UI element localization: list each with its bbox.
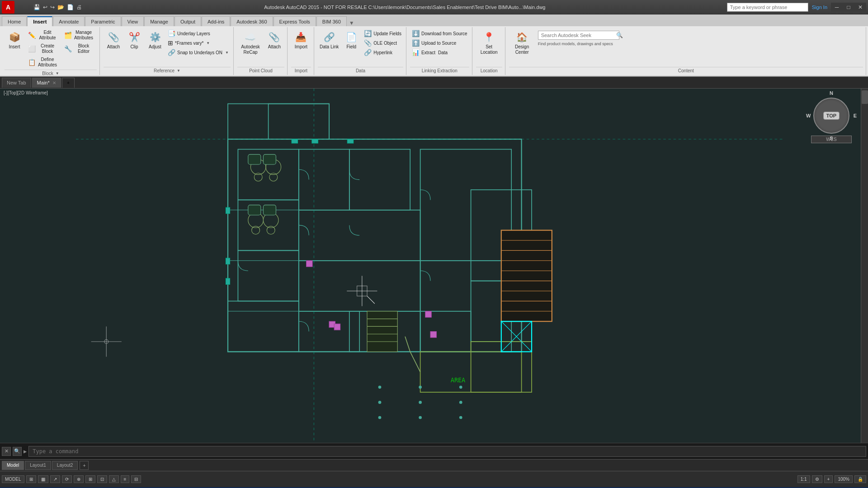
design-center-button[interactable]: 🏠 Design Center <box>509 29 535 56</box>
define-attributes-button[interactable]: 📋 Define Attributes <box>25 56 61 69</box>
layout1-tab-label: Layout1 <box>30 463 46 468</box>
ole-object-button[interactable]: 📎 OLE Object <box>362 38 403 47</box>
clip-button[interactable]: ✂️ Clip <box>124 29 144 51</box>
reference-group-label: Reference ▼ <box>104 67 231 74</box>
reference-dropdown-arrow[interactable]: ▼ <box>177 69 180 73</box>
import-button[interactable]: 📥 Import <box>291 29 311 51</box>
tab-insert[interactable]: Insert <box>27 16 52 26</box>
osnap-toggle[interactable]: ⊕ <box>74 475 84 483</box>
polar-toggle[interactable]: ⟳ <box>62 475 72 483</box>
main-tab[interactable]: Main* ✕ <box>32 78 61 88</box>
svg-rect-67 <box>226 258 230 264</box>
hyperlink-button[interactable]: 🔗 Hyperlink <box>362 48 403 57</box>
add-layout-button[interactable]: + <box>80 461 89 470</box>
tab-expand-icon[interactable]: ▼ <box>349 20 354 26</box>
new-tab[interactable]: New Tab <box>2 78 31 88</box>
block-dropdown-arrow[interactable]: ▼ <box>56 71 59 75</box>
add-tab-button[interactable]: + <box>62 78 75 88</box>
download-source-button[interactable]: ⬇️ Download from Source <box>410 29 469 38</box>
manage-attributes-button[interactable]: 🗂️ Manage Attributes <box>61 29 97 42</box>
extract-data-button[interactable]: 📊 Extract Data <box>410 48 469 57</box>
tab-output[interactable]: Output <box>175 16 201 26</box>
plot-icon[interactable]: 🖨 <box>75 3 83 11</box>
seek-search-icon[interactable]: 🔍 <box>616 32 623 38</box>
tab-bim360[interactable]: BIM 360 <box>316 16 347 26</box>
undo-icon[interactable]: ↩ <box>42 3 48 11</box>
frames-vary-button[interactable]: ⊞ *Frames vary* ▼ <box>166 38 231 47</box>
snap-underlays-button[interactable]: 🔗 Snap to Underlays ON ▼ <box>166 48 231 57</box>
zoom-percent[interactable]: 100% <box>835 475 853 483</box>
grid-display-toggle[interactable]: ⊞ <box>26 475 36 483</box>
workspace-settings[interactable]: ⚙ <box>812 475 822 483</box>
recap-label: Autodesk ReCap <box>239 44 262 55</box>
snap-toggle[interactable]: ▦ <box>38 475 48 483</box>
tab-view[interactable]: View <box>122 16 144 26</box>
field-button[interactable]: 📄 Field <box>341 29 361 51</box>
update-fields-button[interactable]: 🔄 Update Fields <box>362 29 403 38</box>
attach-pc-button[interactable]: 📎 Attach <box>264 29 284 51</box>
compass-west: W <box>806 113 811 118</box>
ribbon-group-block: 📦 Insert ✏️ Edit Attribute ⬜ Create Bloc… <box>2 27 100 75</box>
lineweight-toggle[interactable]: ≡ <box>121 475 130 483</box>
model-status[interactable]: MODEL <box>2 475 24 483</box>
ribbon-tabs: Home Insert Annotate Parametric View Man… <box>0 14 868 26</box>
keyword-search-input[interactable] <box>727 3 808 12</box>
new-icon[interactable]: 📄 <box>66 3 75 11</box>
seek-search-input[interactable] <box>538 31 619 40</box>
otrack-toggle[interactable]: ⊞ <box>85 475 95 483</box>
sign-in-btn[interactable]: Sign In <box>812 5 827 10</box>
tab-autodesk360[interactable]: Autodesk 360 <box>231 16 273 26</box>
insert-button[interactable]: 📦 Insert <box>5 29 24 51</box>
underlay-layers-button[interactable]: 📑 Underlay Layers <box>166 29 231 38</box>
quick-access-toolbar: 💾 ↩ ↪ 📂 📄 🖨 <box>33 3 83 11</box>
command-input[interactable] <box>28 446 866 457</box>
edit-attribute-button[interactable]: ✏️ Edit Attribute <box>25 29 61 42</box>
tpmode-toggle[interactable]: ⊟ <box>131 475 141 483</box>
maximize-btn[interactable]: □ <box>843 3 854 12</box>
tab-addins[interactable]: Add-ins <box>202 16 230 26</box>
drawing-viewport[interactable]: [-][Top][2D Wireframe] <box>0 89 861 443</box>
save-icon[interactable]: 💾 <box>33 3 41 11</box>
data-group-label: Data <box>318 67 403 74</box>
field-icon: 📄 <box>344 30 359 44</box>
block-editor-button[interactable]: 🔧 Block Editor <box>61 42 97 55</box>
minimize-btn[interactable]: ─ <box>831 3 843 12</box>
tab-annotate[interactable]: Annotate <box>53 16 85 26</box>
model-tab[interactable]: Model <box>2 461 24 470</box>
svg-point-75 <box>378 401 382 404</box>
data-link-button[interactable]: 🔗 Data Link <box>318 29 340 51</box>
layout1-tab[interactable]: Layout1 <box>25 461 51 470</box>
autodesk-recap-button[interactable]: ☁️ Autodesk ReCap <box>237 29 264 56</box>
redo-icon[interactable]: ↪ <box>49 3 56 11</box>
clip-icon: ✂️ <box>127 30 142 44</box>
document-area: [-][Top][2D Wireframe] <box>0 89 868 443</box>
dynmode-toggle[interactable]: △ <box>109 475 119 483</box>
extract-icon: 📊 <box>412 49 420 56</box>
adjust-button[interactable]: ⚙️ Adjust <box>145 29 165 51</box>
vertical-scrollbar[interactable] <box>861 89 868 443</box>
define-attributes-label: Define Attributes <box>36 57 59 68</box>
cmd-close-button[interactable]: ✕ <box>2 447 11 456</box>
tab-parametric[interactable]: Parametric <box>85 16 121 26</box>
tab-expresstools[interactable]: Express Tools <box>274 16 316 26</box>
command-bar: ✕ 🔍 ▶ <box>0 443 868 459</box>
close-main-tab-icon[interactable]: ✕ <box>52 80 56 85</box>
lock-icon[interactable]: 🔒 <box>854 475 866 483</box>
tab-home[interactable]: Home <box>2 16 27 26</box>
ribbon-group-data: 🔗 Data Link 📄 Field 🔄 Update Fields 📎 OL… <box>315 27 406 75</box>
cmd-search-button[interactable]: 🔍 <box>13 447 22 456</box>
compass-top-button[interactable]: TOP <box>823 112 840 120</box>
download-source-label: Download from Source <box>421 31 467 36</box>
close-btn[interactable]: ✕ <box>854 3 866 12</box>
tab-manage[interactable]: Manage <box>144 16 174 26</box>
create-block-button[interactable]: ⬜ Create Block <box>25 42 61 55</box>
attach-button[interactable]: 📎 Attach <box>104 29 123 51</box>
upload-source-button[interactable]: ⬆️ Upload to Source <box>410 38 469 47</box>
set-location-button[interactable]: 📍 Set Location <box>476 29 502 56</box>
ducs-toggle[interactable]: ⊡ <box>97 475 107 483</box>
ortho-toggle[interactable]: ↗ <box>50 475 60 483</box>
open-icon[interactable]: 📂 <box>57 3 65 11</box>
annotation-scale[interactable]: 1:1 <box>797 475 810 483</box>
layout2-tab[interactable]: Layout2 <box>52 461 78 470</box>
viewport-controls[interactable]: + <box>824 475 833 483</box>
